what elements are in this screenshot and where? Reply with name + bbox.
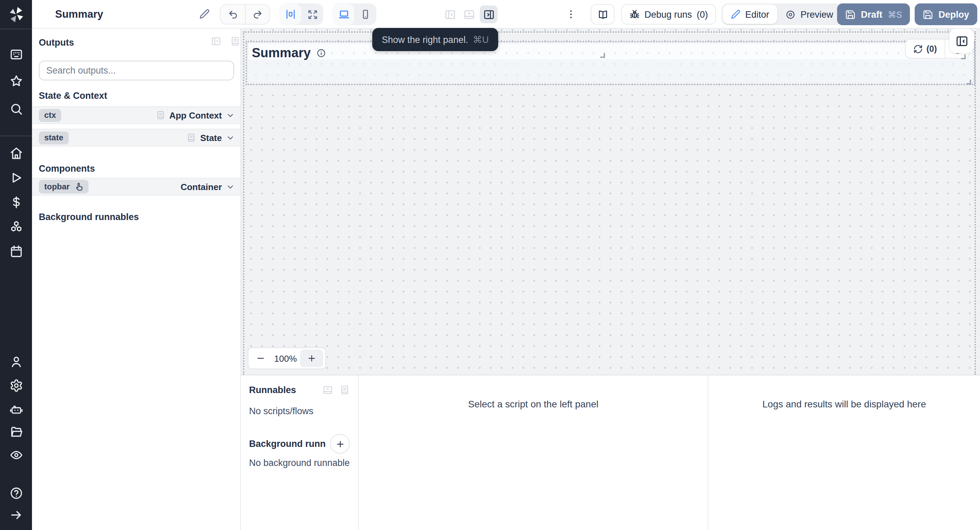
refresh-icon	[914, 44, 923, 53]
select-script-hint: Select a script on the left panel	[359, 399, 708, 409]
redo-icon	[253, 9, 263, 19]
zoom-in-button[interactable]	[300, 350, 323, 367]
tooltip-text: Show the right panel.	[382, 34, 468, 45]
panel-right-icon	[483, 8, 495, 20]
undo-button[interactable]	[221, 5, 245, 24]
logs-placeholder: Logs and results will be displayed here	[708, 375, 980, 530]
tooltip-shortcut: ⌘U	[473, 34, 489, 45]
deploy-button[interactable]: Deploy	[915, 3, 977, 25]
laptop-icon	[338, 8, 350, 20]
app-sidebar	[0, 0, 32, 530]
minus-icon	[256, 354, 266, 363]
runs-icon[interactable]	[9, 171, 23, 185]
info-icon[interactable]	[316, 48, 326, 58]
apps-icon[interactable]	[9, 48, 23, 61]
zoom-out-button[interactable]	[248, 348, 273, 369]
section-background-runnables: Background runnables	[39, 212, 139, 222]
resize-handle[interactable]	[966, 80, 971, 85]
chevron-down-icon[interactable]	[226, 111, 235, 120]
sidebar-divider	[0, 29, 32, 29]
folders-icon[interactable]	[9, 425, 23, 439]
debug-runs-label: Debug runs	[644, 9, 692, 19]
state-badge[interactable]: state	[39, 131, 69, 144]
doc-icon	[186, 133, 196, 142]
zoom-level: 100%	[273, 353, 298, 364]
add-background-runnable-button[interactable]	[330, 434, 350, 454]
chevron-down-icon[interactable]	[226, 182, 235, 191]
ai-bot-icon[interactable]	[9, 402, 23, 416]
desktop-view-button[interactable]	[333, 3, 355, 25]
resize-handle[interactable]	[600, 53, 605, 58]
topbar-container[interactable]	[248, 44, 972, 82]
hand-cursor-icon	[75, 182, 85, 192]
smartphone-icon	[360, 9, 371, 20]
toggle-left-panel-button[interactable]	[444, 8, 456, 20]
schedules-icon[interactable]	[9, 244, 23, 258]
plus-icon	[307, 354, 317, 363]
pencil-icon	[199, 9, 210, 19]
help-icon[interactable]	[9, 486, 23, 500]
home-icon[interactable]	[9, 147, 23, 160]
preview-eye-icon	[786, 9, 796, 19]
resources-icon[interactable]	[9, 219, 23, 233]
mobile-view-button[interactable]	[355, 3, 376, 25]
logs-hint: Logs and results will be displayed here	[708, 399, 980, 409]
save-icon	[923, 9, 933, 19]
expand-sidebar-icon[interactable]	[9, 508, 23, 522]
open-right-panel-button[interactable]	[950, 29, 974, 53]
audit-eye-icon[interactable]	[9, 448, 23, 462]
user-icon[interactable]	[9, 355, 23, 369]
full-width-button[interactable]	[301, 3, 323, 25]
collapse-outputs-panel-icon[interactable]	[211, 36, 221, 46]
section-state-context: State & Context	[39, 91, 107, 101]
device-toggle	[333, 3, 376, 25]
ctx-type-label: App Context	[169, 110, 222, 120]
bug-icon	[630, 9, 640, 19]
ctx-badge[interactable]: ctx	[39, 109, 62, 121]
topbar-badge[interactable]: topbar	[39, 180, 89, 193]
no-scripts-text: No scripts/flows	[249, 406, 350, 416]
variables-icon[interactable]	[9, 196, 23, 209]
favorites-icon[interactable]	[9, 74, 23, 88]
redo-button[interactable]	[245, 5, 269, 24]
editor-tab-label: Editor	[745, 9, 769, 19]
settings-icon[interactable]	[9, 379, 23, 393]
collapse-bottom-panel-icon[interactable]	[323, 385, 333, 395]
output-row-state[interactable]: state State	[32, 129, 240, 147]
sidebar-divider	[0, 136, 32, 136]
recompute-button[interactable]: (0)	[906, 40, 945, 58]
output-row-ctx[interactable]: ctx App Context	[32, 106, 240, 124]
app-summary-heading[interactable]: Summary	[252, 44, 326, 63]
more-menu-button[interactable]	[566, 9, 576, 20]
runnables-docs-icon[interactable]	[340, 385, 350, 395]
chevron-down-icon[interactable]	[226, 133, 235, 142]
centered-layout-button[interactable]	[280, 3, 301, 25]
docs-button[interactable]	[591, 4, 614, 24]
search-icon[interactable]	[9, 102, 23, 116]
debug-runs-button[interactable]: Debug runs (0)	[621, 4, 716, 24]
editor-tab[interactable]: Editor	[723, 5, 778, 24]
toggle-right-panel-button[interactable]	[480, 5, 498, 23]
edit-title-button[interactable]	[199, 9, 210, 19]
toggle-bottom-panel-button[interactable]	[463, 8, 475, 20]
resize-handle[interactable]	[961, 54, 966, 59]
state-type-label: State	[200, 132, 222, 143]
output-row-topbar[interactable]: topbar Container	[32, 178, 240, 196]
section-components: Components	[39, 163, 95, 174]
preview-tab[interactable]: Preview	[778, 5, 842, 24]
script-editor-placeholder: Select a script on the left panel	[358, 375, 708, 530]
outputs-docs-icon[interactable]	[230, 36, 240, 46]
no-background-runnable-text: No background runnable	[249, 458, 350, 468]
book-open-icon	[597, 9, 608, 20]
save-draft-button[interactable]: Draft ⌘S	[837, 3, 910, 25]
tooltip: Show the right panel. ⌘U	[372, 28, 498, 51]
canvas-width-toggle	[280, 3, 323, 25]
app-canvas[interactable]: Summary (0) Show the right panel. ⌘U	[241, 29, 980, 375]
windmill-logo-icon[interactable]	[7, 5, 25, 24]
runnables-list: Runnables No scripts/flows Background ru…	[241, 375, 358, 530]
plus-icon	[335, 439, 345, 449]
background-runnables-title: Background runna...	[249, 439, 326, 449]
search-outputs-input[interactable]	[39, 61, 234, 80]
recompute-count: (0)	[927, 44, 937, 53]
undo-icon	[228, 9, 238, 19]
